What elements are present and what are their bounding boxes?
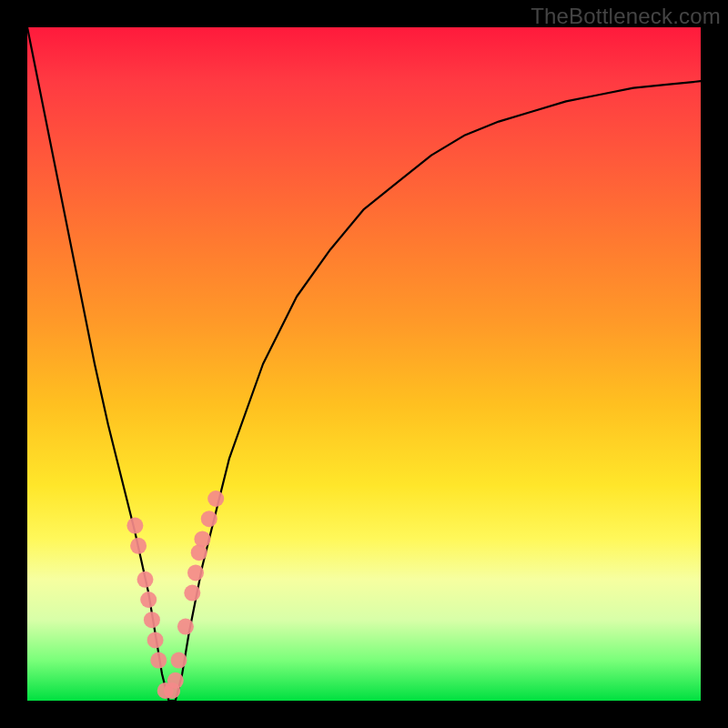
svg-point-4: [144, 612, 160, 628]
svg-point-12: [184, 585, 200, 602]
svg-point-0: [126, 518, 143, 534]
svg-point-16: [201, 511, 217, 527]
svg-point-3: [140, 592, 157, 608]
svg-point-15: [194, 531, 210, 547]
curve-layer: [27, 27, 701, 701]
svg-point-17: [207, 490, 224, 507]
svg-point-11: [177, 619, 194, 635]
svg-point-9: [167, 672, 184, 689]
data-points: [126, 490, 224, 699]
svg-point-1: [130, 538, 147, 554]
chart-frame: TheBottleneck.com: [0, 0, 728, 728]
bottleneck-curve: [27, 27, 701, 701]
svg-point-5: [147, 632, 164, 648]
svg-point-2: [137, 571, 154, 588]
svg-point-10: [171, 652, 187, 669]
watermark-text: TheBottleneck.com: [531, 4, 721, 29]
svg-point-6: [150, 652, 167, 669]
svg-point-13: [187, 564, 204, 581]
